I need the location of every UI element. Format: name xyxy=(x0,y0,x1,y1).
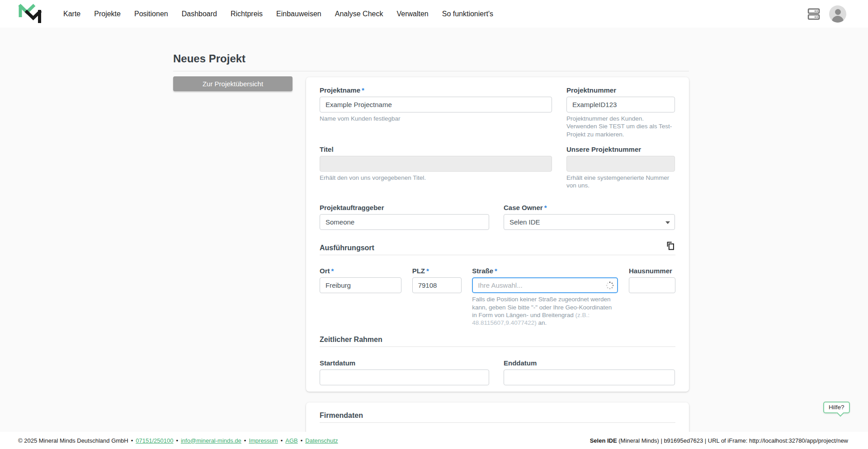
projektname-helper: Name vom Kunden festlegbar xyxy=(320,115,552,122)
field-startdatum: Startdatum xyxy=(320,359,489,385)
nav-item-einbauweisen[interactable]: Einbauweisen xyxy=(276,10,321,18)
section-ausfuehrungsort: Ausführungsort xyxy=(320,241,675,255)
required-asterisk: * xyxy=(495,267,497,275)
user-avatar[interactable] xyxy=(829,5,846,23)
footer-link-email[interactable]: info@mineral-minds.de xyxy=(181,437,241,444)
field-case-owner: Case Owner* Selen IDE xyxy=(504,204,675,230)
main-nav: Karte Projekte Positionen Dashboard Rich… xyxy=(63,10,807,18)
footer-link-agb[interactable]: AGB xyxy=(285,437,297,444)
unsere-projektnummer-label: Unsere Projektnummer xyxy=(566,145,675,153)
ort-input[interactable] xyxy=(320,277,401,293)
field-ort: Ort* xyxy=(320,267,401,327)
page-header: Neues Projekt xyxy=(173,52,689,71)
nav-item-karte[interactable]: Karte xyxy=(63,10,80,18)
nav-item-positionen[interactable]: Positionen xyxy=(134,10,168,18)
case-owner-value: Selen IDE xyxy=(509,218,540,226)
ort-label: Ort xyxy=(320,267,330,275)
field-projektname: Projektname* Name vom Kunden festlegbar xyxy=(320,86,552,138)
field-unsere-projektnummer: Unsere Projektnummer Erhält eine systemg… xyxy=(566,145,675,190)
strasse-helper: Falls die Position keiner Straße zugeord… xyxy=(472,295,618,327)
hausnummer-input[interactable] xyxy=(629,277,675,293)
footer: © 2025 Mineral Minds Deutschland GmbH • … xyxy=(0,432,868,449)
avatar-person-icon xyxy=(835,9,841,15)
case-owner-select[interactable]: Selen IDE xyxy=(504,214,675,230)
hilfe-button[interactable]: Hilfe? xyxy=(823,402,850,413)
nav-item-richtpreis[interactable]: Richtpreis xyxy=(231,10,263,18)
nav-item-projekte[interactable]: Projekte xyxy=(94,10,121,18)
strasse-input[interactable] xyxy=(472,277,618,293)
projektauftraggeber-input[interactable] xyxy=(320,214,489,230)
projektname-label: Projektname xyxy=(320,86,360,94)
projektnummer-label: Projektnummer xyxy=(566,86,675,94)
startdatum-input[interactable] xyxy=(320,369,489,385)
case-owner-label: Case Owner xyxy=(504,204,543,211)
nav-item-dashboard[interactable]: Dashboard xyxy=(182,10,217,18)
titel-label: Titel xyxy=(320,145,552,153)
footer-user-name: Selen IDE xyxy=(590,437,617,444)
row-dates: Startdatum Enddatum xyxy=(320,359,675,385)
chevron-down-icon xyxy=(665,221,670,224)
field-plz: PLZ* xyxy=(412,267,462,327)
nav-item-analyse-check[interactable]: Analyse Check xyxy=(335,10,383,18)
footer-link-impressum[interactable]: Impressum xyxy=(249,437,278,444)
app-screen: Karte Projekte Positionen Dashboard Rich… xyxy=(0,0,868,449)
mineral-minds-logo[interactable] xyxy=(18,3,42,25)
projektauftraggeber-label: Projektauftraggeber xyxy=(320,204,489,211)
projektnummer-helper: Projektnummer des Kunden. Verwenden Sie … xyxy=(566,115,675,138)
footer-link-phone[interactable]: 07151/250100 xyxy=(136,437,173,444)
server-icon[interactable] xyxy=(807,7,821,21)
plz-input[interactable] xyxy=(412,277,462,293)
ausfuehrungsort-title: Ausführungsort xyxy=(320,244,374,252)
projektname-input[interactable] xyxy=(320,97,552,112)
row-auftraggeber-owner: Projektauftraggeber Case Owner* Selen ID… xyxy=(320,204,675,230)
header-actions xyxy=(807,5,846,23)
field-enddatum: Enddatum xyxy=(504,359,675,385)
enddatum-label: Enddatum xyxy=(504,359,675,367)
nav-item-verwalten[interactable]: Verwalten xyxy=(396,10,428,18)
required-asterisk: * xyxy=(362,86,364,94)
titel-input xyxy=(320,156,552,172)
startdatum-label: Startdatum xyxy=(320,359,489,367)
row-name-number: Projektname* Name vom Kunden festlegbar … xyxy=(320,86,675,138)
loading-spinner-icon xyxy=(606,281,614,290)
field-projektauftraggeber: Projektauftraggeber xyxy=(320,204,489,230)
copyright-text: © 2025 Mineral Minds Deutschland GmbH xyxy=(18,437,128,444)
unsere-projektnummer-input xyxy=(566,156,675,172)
project-form-card: Projektname* Name vom Kunden festlegbar … xyxy=(306,77,689,392)
plz-label: PLZ xyxy=(412,267,425,275)
unsere-projektnummer-helper: Erhält eine systemgenerierte Nummer von … xyxy=(566,174,675,190)
copy-icon xyxy=(665,241,675,252)
copy-address-button[interactable] xyxy=(665,241,675,253)
footer-session-info: Selen IDE (Mineral Minds) | b91695ed7623… xyxy=(590,437,848,444)
enddatum-input[interactable] xyxy=(504,369,675,385)
required-asterisk: * xyxy=(331,267,334,275)
row-titel-nummer: Titel Erhält den von uns vorgegebenen Ti… xyxy=(320,145,675,190)
firmendaten-title: Firmendaten xyxy=(320,412,363,420)
section-firmendaten: Firmendaten xyxy=(320,412,675,423)
hausnummer-label: Hausnummer xyxy=(629,267,675,275)
projektnummer-input[interactable] xyxy=(566,97,675,112)
top-navigation-bar: Karte Projekte Positionen Dashboard Rich… xyxy=(0,0,868,28)
field-hausnummer: Hausnummer xyxy=(629,267,675,327)
required-asterisk: * xyxy=(544,204,547,211)
nav-item-so-funktionierts[interactable]: So funktioniert's xyxy=(442,10,493,18)
footer-link-datenschutz[interactable]: Datenschutz xyxy=(305,437,338,444)
zeitlicher-rahmen-title: Zeitlicher Rahmen xyxy=(320,336,382,344)
row-address: Ort* PLZ* Straße* Falls die xyxy=(320,267,675,327)
titel-helper: Erhält den von uns vorgegebenen Titel. xyxy=(320,174,552,182)
field-titel: Titel Erhält den von uns vorgegebenen Ti… xyxy=(320,145,552,190)
footer-session-details: (Mineral Minds) | b91695ed7623 | URL of … xyxy=(617,437,848,444)
required-asterisk: * xyxy=(426,267,429,275)
section-zeitlicher-rahmen: Zeitlicher Rahmen xyxy=(320,336,675,347)
strasse-label: Straße xyxy=(472,267,493,275)
field-strasse: Straße* Falls die Position keiner Straße… xyxy=(472,267,618,327)
footer-left: © 2025 Mineral Minds Deutschland GmbH • … xyxy=(18,437,338,444)
zur-projektuebersicht-button[interactable]: Zur Projektübersicht xyxy=(173,76,292,91)
field-projektnummer: Projektnummer Projektnummer des Kunden. … xyxy=(566,86,675,138)
page-title: Neues Projekt xyxy=(173,52,689,65)
